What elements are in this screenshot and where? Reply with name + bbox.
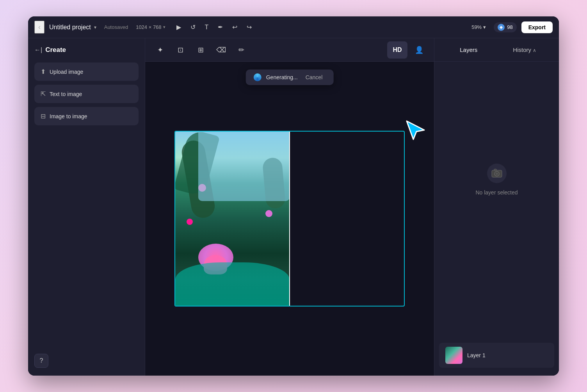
paint-tool[interactable]: ✏ [233, 41, 250, 59]
canvas-area: ✦ ⊡ ⊞ ⌫ ✏ HD 👤 Generating... Cancel [145, 38, 434, 376]
hd-button[interactable]: HD [387, 41, 407, 59]
generating-spinner [254, 73, 261, 81]
credits-icon: ◈ [498, 24, 505, 31]
sidebar-title: Create [45, 46, 66, 54]
main-content: ←| Create ⬆ Upload image ⇱ Text to image… [28, 38, 559, 376]
canvas-toolbar: ✦ ⊡ ⊞ ⌫ ✏ HD 👤 [145, 38, 434, 62]
generating-text: Generating... [266, 74, 298, 80]
export-button[interactable]: Export [521, 21, 553, 33]
sidebar-back-icon: ←| [34, 46, 42, 53]
canvas-wrapper [174, 131, 405, 306]
dims-chevron: ▾ [163, 25, 165, 30]
layer-1-thumb [445, 347, 462, 364]
rotate-tool[interactable]: ↺ [189, 22, 197, 32]
redo-button[interactable]: ↪ [245, 22, 253, 32]
credits-value: 98 [507, 24, 512, 30]
title-group: Untitled project ▾ [49, 24, 96, 31]
zoom-control[interactable]: 59% ▾ [468, 23, 489, 32]
upload-image-label: Upload image [50, 69, 83, 75]
undo-button[interactable]: ↩ [231, 22, 239, 32]
ai-brush-tool[interactable]: ✦ [151, 41, 169, 59]
project-title: Untitled project [49, 24, 91, 31]
dimensions-value: 1024 × 768 [136, 24, 161, 30]
canvas-image[interactable] [174, 131, 405, 306]
tab-history[interactable]: History ∧ [497, 43, 553, 56]
generating-toast: Generating... Cancel [246, 69, 334, 85]
select-tool[interactable]: ⊡ [172, 41, 189, 59]
face-enhance-tool[interactable]: 👤 [411, 41, 428, 59]
image-to-image-icon: ⊟ [41, 112, 46, 120]
canvas-right-half [175, 306, 290, 306]
history-tab-label: History [513, 46, 531, 53]
right-sidebar-bottom: Layer 1 [434, 298, 559, 376]
help-button[interactable]: ? [34, 354, 48, 368]
layer-1-item[interactable]: Layer 1 [439, 343, 554, 368]
no-layer-text: No layer selected [475, 189, 518, 196]
cursor-arrow [405, 119, 428, 143]
layers-content: No layer selected [434, 62, 559, 298]
right-sidebar: Layers History ∧ No layer selected [434, 38, 559, 376]
title-chevron[interactable]: ▾ [94, 25, 96, 30]
back-button[interactable]: ‹ [34, 21, 44, 34]
zoom-value: 59% [471, 24, 482, 30]
svg-rect-4 [494, 169, 496, 171]
help-icon: ? [40, 357, 43, 364]
tab-layers[interactable]: Layers [441, 43, 497, 56]
image-to-image-button[interactable]: ⊟ Image to image [34, 107, 139, 125]
header: ‹ Untitled project ▾ Autosaved 1024 × 76… [28, 16, 559, 38]
text-to-image-button[interactable]: ⇱ Text to image [34, 85, 139, 103]
right-sidebar-tabs: Layers History ∧ [434, 38, 559, 62]
svg-marker-0 [407, 121, 424, 139]
upload-image-button[interactable]: ⬆ Upload image [34, 62, 139, 81]
cancel-button[interactable]: Cancel [302, 73, 326, 81]
crop-tool[interactable]: ⊞ [192, 41, 209, 59]
layer-1-name: Layer 1 [467, 352, 486, 358]
app-window: ‹ Untitled project ▾ Autosaved 1024 × 76… [28, 16, 559, 376]
eraser-tool[interactable]: ⌫ [212, 41, 229, 59]
sidebar-header: ←| Create [34, 46, 139, 54]
text-tool[interactable]: T [203, 22, 210, 32]
history-chevron: ∧ [533, 48, 536, 53]
image-to-image-label: Image to image [50, 113, 87, 119]
header-tools: ▶ ↺ T ✒ ↩ ↪ [175, 22, 254, 32]
text-to-image-label: Text to image [50, 91, 82, 97]
zoom-chevron: ▾ [483, 24, 486, 30]
canvas-divider [289, 132, 290, 306]
header-right: 59% ▾ ◈ 98 Export [468, 21, 553, 33]
svg-point-3 [496, 173, 498, 175]
left-sidebar: ←| Create ⬆ Upload image ⇱ Text to image… [28, 38, 145, 376]
credits-badge: ◈ 98 [494, 22, 516, 32]
dimensions-control[interactable]: 1024 × 768 ▾ [136, 24, 165, 30]
text-to-image-icon: ⇱ [41, 90, 46, 98]
autosaved-status: Autosaved [104, 24, 128, 30]
canvas-left-half [175, 132, 290, 306]
sidebar-footer: ? [34, 354, 139, 368]
pen-tool[interactable]: ✒ [216, 22, 224, 32]
cursor-tool[interactable]: ▶ [175, 22, 183, 32]
upload-icon: ⬆ [41, 68, 46, 75]
no-layer-icon [487, 164, 507, 183]
canvas-container: Generating... Cancel [145, 62, 434, 376]
